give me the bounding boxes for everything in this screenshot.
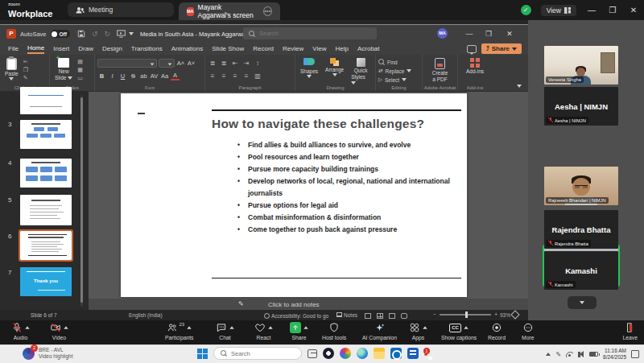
ppt-close-button[interactable]: ✕ [501, 25, 518, 43]
ppt-minimize-button[interactable]: — [460, 25, 478, 43]
zoom-slider[interactable] [440, 314, 491, 316]
pen-icon[interactable]: ✎ [555, 351, 561, 358]
section-icon[interactable]: ▭ [77, 75, 83, 81]
react-button[interactable]: React [254, 322, 273, 340]
notification-center-icon[interactable] [631, 350, 639, 358]
language-indicator[interactable]: English (India) [129, 312, 163, 318]
participants-button[interactable]: 23 Participants [165, 322, 194, 340]
captions-chevron[interactable] [464, 326, 468, 329]
edge-icon[interactable] [357, 348, 368, 359]
save-icon[interactable] [77, 30, 85, 38]
slide-thumbnail-4[interactable] [20, 159, 72, 188]
line-spacing-icon[interactable]: ↕ [253, 60, 262, 67]
strikethrough-button[interactable]: S [129, 72, 138, 80]
font-color-button[interactable]: A [171, 72, 180, 80]
menu-review[interactable]: Review [283, 45, 303, 52]
start-button[interactable] [197, 349, 208, 359]
arrange-button[interactable]: Arrange [323, 57, 346, 77]
menu-draw[interactable]: Draw [78, 45, 93, 52]
menu-file[interactable]: File [8, 45, 19, 52]
menu-animations[interactable]: Animations [171, 45, 204, 52]
participant-tile-rajendra[interactable]: Rajendra Bhatta Rajendra Bhatta [544, 210, 618, 249]
reading-view-icon[interactable] [389, 313, 395, 319]
clock[interactable]: 11:16 AM8/24/2025 [603, 348, 626, 361]
underline-button[interactable]: U [118, 72, 127, 80]
slide-title[interactable]: How to navigate these challenges? [212, 117, 424, 131]
menu-slideshow[interactable]: Slide Show [212, 45, 244, 52]
participants-chevron[interactable] [187, 326, 191, 329]
tray-expand-icon[interactable] [546, 353, 551, 356]
find-button[interactable]: Find [378, 58, 398, 66]
browser-app-icon[interactable] [340, 348, 351, 359]
audio-options-chevron[interactable] [25, 326, 29, 329]
apps-button[interactable]: Apps [409, 322, 427, 340]
format-painter-icon[interactable]: ✎ [23, 75, 28, 81]
comments-icon[interactable] [467, 45, 477, 53]
scroll-participants-button[interactable] [568, 296, 597, 309]
more-button[interactable]: More [522, 322, 535, 340]
bullets-icon[interactable]: ≣ [208, 60, 217, 67]
align-right-icon[interactable]: ≡ [230, 72, 240, 80]
show-captions-button[interactable]: CC Show captions [441, 322, 477, 340]
ppt-search-input[interactable] [259, 30, 356, 37]
copilot-icon[interactable] [323, 348, 334, 359]
accessibility-status[interactable]: Accessibility: Good to go [264, 312, 328, 319]
numbering-icon[interactable]: ≣ [219, 60, 229, 67]
menu-view[interactable]: View [312, 45, 326, 52]
font-size-select[interactable] [159, 59, 175, 68]
columns-icon[interactable]: ▥ [253, 72, 262, 80]
tab-screen-share[interactable]: MA Mayank Aggarwal's screen ••• [179, 2, 280, 20]
menu-insert[interactable]: Insert [53, 45, 69, 52]
menu-record[interactable]: Record [253, 45, 274, 52]
maximize-button[interactable]: ❐ [607, 6, 618, 14]
slideshow-icon[interactable] [401, 313, 407, 319]
paste-button[interactable]: Paste [2, 57, 21, 81]
record-button[interactable]: Record [488, 322, 506, 340]
italic-button[interactable]: I [108, 72, 117, 80]
shrink-font-icon[interactable]: A˅ [187, 60, 196, 67]
undo-icon[interactable]: ↺ [92, 30, 98, 38]
react-chevron[interactable] [268, 326, 272, 329]
new-slide-button[interactable]: NewSlide [52, 57, 75, 81]
quick-styles-button[interactable]: QuickStyles [349, 57, 373, 86]
replace-button[interactable]: ⇄Replace [378, 67, 411, 75]
security-shield-icon[interactable]: ✓ [521, 5, 531, 15]
taskbar-notification-app[interactable]: 2 BRE - AVLVideo highlight [23, 347, 73, 360]
menu-acrobat[interactable]: Acrobat [357, 45, 380, 52]
notes-toggle[interactable]: Notes [336, 312, 357, 318]
current-slide[interactable]: How to navigate these challenges? Find a… [121, 93, 467, 297]
menu-transitions[interactable]: Transitions [131, 45, 163, 52]
view-button[interactable]: View [541, 5, 576, 16]
speaker-icon[interactable] [578, 352, 584, 357]
account-avatar[interactable]: MA [437, 28, 448, 39]
slide-thumbnail-5[interactable] [20, 195, 72, 225]
slide-thumbnail-2[interactable] [20, 87, 72, 114]
cut-icon[interactable]: ✂ [23, 59, 28, 65]
participant-tile-aesha[interactable]: Aesha | NIMJN Aesha | NIMJN [544, 87, 618, 126]
zoom-app-taskbar-item[interactable]: 1 [424, 351, 427, 356]
present-icon[interactable] [117, 30, 126, 38]
office-app-icon[interactable] [407, 348, 419, 359]
slide-bullet-list[interactable]: Find allies & build alliances to survive… [236, 139, 464, 236]
share-chevron[interactable] [303, 326, 308, 329]
grow-font-icon[interactable]: A˄ [176, 60, 185, 67]
chat-chevron[interactable] [229, 326, 233, 329]
zoom-out-icon[interactable]: − [433, 311, 436, 317]
windows-search-box[interactable] [213, 347, 302, 360]
tab-meeting[interactable]: Meeting [68, 2, 174, 17]
slide-counter[interactable]: Slide 6 of 7 [31, 312, 57, 318]
collapse-ribbon-icon[interactable] [517, 85, 522, 88]
quick-access-chevron-icon[interactable] [129, 32, 134, 35]
video-options-chevron[interactable] [64, 326, 68, 329]
layout-icon[interactable]: ▤ [77, 59, 83, 65]
create-pdf-button[interactable]: Createa PDF [430, 57, 451, 83]
redo-icon[interactable]: ↻ [104, 30, 110, 38]
shadow-button[interactable]: ab [139, 72, 148, 80]
close-button[interactable]: ✕ [628, 6, 639, 14]
slide-thumbnail-3[interactable] [20, 120, 72, 149]
char-spacing-button[interactable]: AV [150, 72, 159, 80]
ppt-share-button[interactable]: ⤴Share [481, 43, 522, 54]
wifi-icon[interactable] [566, 352, 573, 357]
shapes-button[interactable]: Shapes [298, 57, 320, 79]
apps-chevron[interactable] [423, 326, 427, 329]
